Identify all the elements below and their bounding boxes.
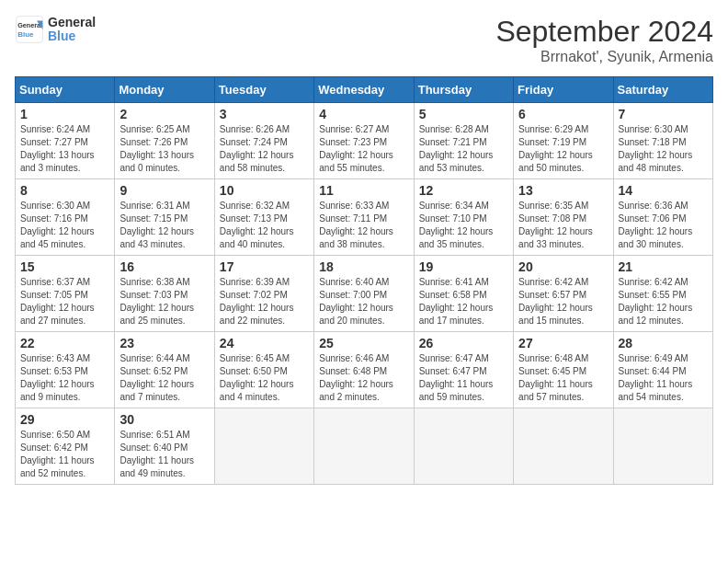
day-number: 26 (419, 336, 508, 350)
day-info: Sunrise: 6:33 AMSunset: 7:11 PMDaylight:… (319, 200, 408, 251)
day-number: 22 (20, 336, 109, 350)
day-number: 3 (220, 107, 309, 121)
calendar-title: September 2024 (495, 15, 713, 49)
calendar-day-cell: 14Sunrise: 6:36 AMSunset: 7:06 PMDayligh… (613, 179, 712, 256)
day-number: 8 (20, 183, 109, 198)
calendar-subtitle: Brrnakot', Syunik, Armenia (495, 49, 713, 65)
calendar-day-cell: 2Sunrise: 6:25 AMSunset: 7:26 PMDaylight… (115, 103, 214, 179)
logo-blue: Blue (48, 29, 96, 43)
calendar-day-cell: 23Sunrise: 6:44 AMSunset: 6:52 PMDayligh… (115, 332, 214, 408)
day-info: Sunrise: 6:31 AMSunset: 7:15 PMDaylight:… (119, 200, 209, 251)
day-number: 17 (220, 259, 309, 274)
day-number: 15 (20, 259, 109, 274)
day-number: 7 (619, 107, 708, 121)
day-info: Sunrise: 6:28 AMSunset: 7:21 PMDaylight:… (419, 123, 508, 175)
day-info: Sunrise: 6:30 AMSunset: 7:16 PMDaylight:… (20, 200, 109, 251)
calendar-day-cell: 16Sunrise: 6:38 AMSunset: 7:03 PMDayligh… (115, 256, 214, 332)
day-info: Sunrise: 6:38 AMSunset: 7:03 PMDaylight:… (119, 276, 209, 327)
day-number: 28 (619, 336, 708, 350)
calendar-day-cell (613, 408, 712, 485)
day-info: Sunrise: 6:37 AMSunset: 7:05 PMDaylight:… (20, 276, 109, 327)
svg-text:Blue: Blue (17, 30, 34, 39)
header-tuesday: Tuesday (214, 77, 313, 103)
calendar-day-cell: 25Sunrise: 6:46 AMSunset: 6:48 PMDayligh… (314, 332, 414, 408)
day-number: 1 (20, 107, 109, 121)
calendar-header-row: Sunday Monday Tuesday Wednesday Thursday… (16, 77, 713, 103)
calendar-day-cell: 5Sunrise: 6:28 AMSunset: 7:21 PMDaylight… (414, 103, 513, 179)
calendar-day-cell (514, 408, 613, 485)
day-info: Sunrise: 6:36 AMSunset: 7:06 PMDaylight:… (619, 200, 708, 251)
header-wednesday: Wednesday (314, 77, 414, 103)
day-number: 23 (119, 336, 209, 350)
header-thursday: Thursday (414, 77, 513, 103)
day-number: 19 (419, 259, 508, 274)
calendar-day-cell: 28Sunrise: 6:49 AMSunset: 6:44 PMDayligh… (613, 332, 712, 408)
calendar-week-row: 1Sunrise: 6:24 AMSunset: 7:27 PMDaylight… (16, 103, 713, 179)
day-info: Sunrise: 6:26 AMSunset: 7:24 PMDaylight:… (220, 123, 309, 175)
day-info: Sunrise: 6:45 AMSunset: 6:50 PMDaylight:… (220, 352, 309, 404)
day-number: 2 (119, 107, 209, 121)
calendar-day-cell: 17Sunrise: 6:39 AMSunset: 7:02 PMDayligh… (214, 256, 313, 332)
calendar-week-row: 8Sunrise: 6:30 AMSunset: 7:16 PMDaylight… (16, 179, 713, 256)
calendar-day-cell (214, 408, 313, 485)
header-friday: Friday (514, 77, 613, 103)
logo-text-group: General Blue (48, 16, 96, 44)
day-number: 16 (119, 259, 209, 274)
day-info: Sunrise: 6:30 AMSunset: 7:18 PMDaylight:… (619, 123, 708, 175)
calendar-day-cell: 1Sunrise: 6:24 AMSunset: 7:27 PMDaylight… (16, 103, 115, 179)
calendar-week-row: 15Sunrise: 6:37 AMSunset: 7:05 PMDayligh… (16, 256, 713, 332)
day-info: Sunrise: 6:34 AMSunset: 7:10 PMDaylight:… (419, 200, 508, 251)
calendar-day-cell: 12Sunrise: 6:34 AMSunset: 7:10 PMDayligh… (414, 179, 513, 256)
logo-general: General (48, 16, 96, 29)
calendar-day-cell: 22Sunrise: 6:43 AMSunset: 6:53 PMDayligh… (16, 332, 115, 408)
day-info: Sunrise: 6:50 AMSunset: 6:42 PMDaylight:… (20, 429, 109, 480)
day-number: 4 (319, 107, 408, 121)
calendar-day-cell: 9Sunrise: 6:31 AMSunset: 7:15 PMDaylight… (115, 179, 214, 256)
calendar-day-cell (314, 408, 414, 485)
calendar-day-cell: 26Sunrise: 6:47 AMSunset: 6:47 PMDayligh… (414, 332, 513, 408)
calendar-day-cell: 4Sunrise: 6:27 AMSunset: 7:23 PMDaylight… (314, 103, 414, 179)
title-section: September 2024 Brrnakot', Syunik, Armeni… (495, 15, 713, 65)
day-info: Sunrise: 6:35 AMSunset: 7:08 PMDaylight:… (518, 200, 608, 251)
day-info: Sunrise: 6:42 AMSunset: 6:55 PMDaylight:… (619, 276, 708, 327)
calendar-day-cell: 18Sunrise: 6:40 AMSunset: 7:00 PMDayligh… (314, 256, 414, 332)
day-info: Sunrise: 6:29 AMSunset: 7:19 PMDaylight:… (518, 123, 608, 175)
calendar-day-cell: 21Sunrise: 6:42 AMSunset: 6:55 PMDayligh… (613, 256, 712, 332)
day-number: 29 (20, 412, 109, 427)
day-info: Sunrise: 6:43 AMSunset: 6:53 PMDaylight:… (20, 352, 109, 404)
calendar-day-cell: 24Sunrise: 6:45 AMSunset: 6:50 PMDayligh… (214, 332, 313, 408)
day-number: 6 (518, 107, 608, 121)
header-saturday: Saturday (613, 77, 712, 103)
calendar-day-cell: 8Sunrise: 6:30 AMSunset: 7:16 PMDaylight… (16, 179, 115, 256)
day-info: Sunrise: 6:44 AMSunset: 6:52 PMDaylight:… (119, 352, 209, 404)
calendar-day-cell: 15Sunrise: 6:37 AMSunset: 7:05 PMDayligh… (16, 256, 115, 332)
day-number: 12 (419, 183, 508, 198)
day-info: Sunrise: 6:42 AMSunset: 6:57 PMDaylight:… (518, 276, 608, 327)
day-number: 13 (518, 183, 608, 198)
day-number: 27 (518, 336, 608, 350)
day-info: Sunrise: 6:27 AMSunset: 7:23 PMDaylight:… (319, 123, 408, 175)
day-number: 10 (220, 183, 309, 198)
calendar-day-cell: 7Sunrise: 6:30 AMSunset: 7:18 PMDaylight… (613, 103, 712, 179)
day-number: 9 (119, 183, 209, 198)
header-sunday: Sunday (16, 77, 115, 103)
day-info: Sunrise: 6:46 AMSunset: 6:48 PMDaylight:… (319, 352, 408, 404)
day-info: Sunrise: 6:47 AMSunset: 6:47 PMDaylight:… (419, 352, 508, 404)
day-info: Sunrise: 6:41 AMSunset: 6:58 PMDaylight:… (419, 276, 508, 327)
day-number: 20 (518, 259, 608, 274)
day-info: Sunrise: 6:24 AMSunset: 7:27 PMDaylight:… (20, 123, 109, 175)
day-number: 18 (319, 259, 408, 274)
day-info: Sunrise: 6:32 AMSunset: 7:13 PMDaylight:… (220, 200, 309, 251)
calendar-week-row: 22Sunrise: 6:43 AMSunset: 6:53 PMDayligh… (16, 332, 713, 408)
calendar-day-cell: 10Sunrise: 6:32 AMSunset: 7:13 PMDayligh… (214, 179, 313, 256)
calendar-day-cell: 13Sunrise: 6:35 AMSunset: 7:08 PMDayligh… (514, 179, 613, 256)
day-info: Sunrise: 6:49 AMSunset: 6:44 PMDaylight:… (619, 352, 708, 404)
header-monday: Monday (115, 77, 214, 103)
calendar-day-cell: 20Sunrise: 6:42 AMSunset: 6:57 PMDayligh… (514, 256, 613, 332)
day-number: 11 (319, 183, 408, 198)
calendar-day-cell: 11Sunrise: 6:33 AMSunset: 7:11 PMDayligh… (314, 179, 414, 256)
calendar-day-cell: 30Sunrise: 6:51 AMSunset: 6:40 PMDayligh… (115, 408, 214, 485)
calendar-day-cell (414, 408, 513, 485)
calendar-day-cell: 27Sunrise: 6:48 AMSunset: 6:45 PMDayligh… (514, 332, 613, 408)
calendar-day-cell: 3Sunrise: 6:26 AMSunset: 7:24 PMDaylight… (214, 103, 313, 179)
